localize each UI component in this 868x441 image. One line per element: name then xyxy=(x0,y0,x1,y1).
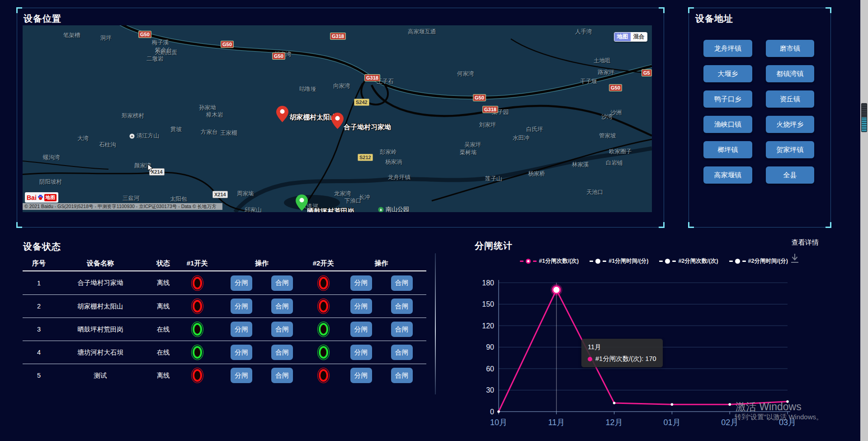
address-button-1[interactable]: 磨市镇 xyxy=(766,40,815,57)
switch2-open-button[interactable]: 分闸 xyxy=(350,345,372,360)
legend-item[interactable]: #2分闸次数/(次) xyxy=(659,257,718,265)
map-toggle-hybrid[interactable]: 混合 xyxy=(631,33,647,41)
switch2-open-button[interactable]: 分闸 xyxy=(350,299,372,314)
switch2-close-button[interactable]: 合闸 xyxy=(391,275,413,291)
column-header: #1开关 xyxy=(181,259,213,268)
device-name: 塘坊河村大石坝 xyxy=(55,348,146,357)
device-marker-pin[interactable] xyxy=(296,194,308,211)
column-header: 操作 xyxy=(336,259,426,268)
svg-text:90: 90 xyxy=(486,343,494,351)
device-name: 晒鼓坪村荒田岗 xyxy=(55,325,146,334)
page-scrollbar-thumb[interactable] xyxy=(861,103,867,132)
map-town-label: 龙家湾 xyxy=(334,190,351,198)
svg-text:0: 0 xyxy=(490,408,494,416)
switch1-open-button[interactable]: 分闸 xyxy=(231,322,252,337)
address-button-9[interactable]: 贺家坪镇 xyxy=(766,141,815,158)
address-button-0[interactable]: 龙舟坪镇 xyxy=(703,40,752,57)
switch1-close-button[interactable]: 合闸 xyxy=(271,345,293,360)
map-town-label: 贯坡 xyxy=(170,126,182,133)
view-details-link[interactable]: 查看详情 xyxy=(792,238,819,247)
road-badge-g50: G50 xyxy=(272,52,285,60)
address-button-5[interactable]: 资丘镇 xyxy=(766,90,815,108)
switch1-open-button[interactable]: 分闸 xyxy=(231,368,252,383)
legend-item[interactable]: #1分闸次数/(次) xyxy=(520,257,579,265)
switch2-status-indicator xyxy=(319,300,328,313)
road-badge-g50: G50 xyxy=(138,31,151,38)
switch1-close-button[interactable]: 合闸 xyxy=(271,299,293,314)
legend-item[interactable]: #2分闸时间/(分) xyxy=(729,257,788,265)
column-header: 操作 xyxy=(213,259,310,268)
switch1-close-button[interactable]: 合闸 xyxy=(271,368,293,383)
switch1-open-button[interactable]: 分闸 xyxy=(231,275,252,291)
device-status: 离线 xyxy=(146,279,181,287)
device-marker-pin[interactable] xyxy=(276,106,288,122)
switch1-close-button[interactable]: 合闸 xyxy=(271,275,293,291)
switch2-close-button[interactable]: 合闸 xyxy=(391,368,413,383)
road-badge-s242: S242 xyxy=(354,99,369,106)
map-town-label: 杨家淌 xyxy=(385,158,402,166)
map-town-label: 刘家坪 xyxy=(479,121,496,129)
address-button-7[interactable]: 火烧坪乡 xyxy=(766,116,815,133)
map-toggle-map[interactable]: 地图 xyxy=(614,33,631,41)
address-button-3[interactable]: 都镇湾镇 xyxy=(766,65,815,82)
page-scrollbar-track[interactable] xyxy=(860,0,868,441)
map-town-label: 何家湾 xyxy=(457,70,474,78)
map-town-label: 天池口 xyxy=(586,189,604,196)
switch1-close-button[interactable]: 合闸 xyxy=(271,322,293,337)
map-town-label: 二墩岩 xyxy=(146,55,164,63)
table-row: 5 测试 离线 分闸 合闸 分闸 合闸 xyxy=(23,364,426,387)
tooltip-series-dot xyxy=(588,357,592,361)
switch1-status-indicator xyxy=(193,369,202,382)
map-town-label: 水田冲 xyxy=(513,134,530,142)
device-status: 在线 xyxy=(146,348,181,357)
road-badge-s212: S212 xyxy=(358,154,373,161)
switch2-close-button[interactable]: 合闸 xyxy=(391,322,413,337)
column-header: 设备名称 xyxy=(55,259,146,268)
switch2-close-button[interactable]: 合闸 xyxy=(391,299,413,314)
baidu-logo: Bai 地图 xyxy=(25,192,58,203)
map-town-label: 白岩铺 xyxy=(606,159,623,167)
section-title-device-status: 设备状态 xyxy=(23,241,61,253)
scenic-spot-label: 清江方山 xyxy=(129,132,159,140)
switch1-open-button[interactable]: 分闸 xyxy=(231,299,252,314)
switch2-close-button[interactable]: 合闸 xyxy=(391,345,413,360)
switch2-open-button[interactable]: 分闸 xyxy=(350,368,372,383)
road-badge-x214: X214 xyxy=(212,191,228,198)
panel-title-device-address: 设备地址 xyxy=(695,13,733,25)
address-button-grid: 龙舟坪镇磨市镇大堰乡都镇湾镇鸭子口乡资丘镇渔峡口镇火烧坪乡榔坪镇贺家坪镇高家堰镇… xyxy=(703,40,814,184)
svg-text:12月: 12月 xyxy=(606,418,623,427)
table-scrollbar[interactable] xyxy=(435,253,436,394)
map-town-label: 土地咀 xyxy=(594,57,611,65)
table-row: 4 塘坊河村大石坝 在线 分闸 合闸 分闸 合闸 xyxy=(23,341,426,364)
device-address-panel: 设备地址 龙舟坪镇磨市镇大堰乡都镇湾镇鸭子口乡资丘镇渔峡口镇火烧坪乡榔坪镇贺家坪… xyxy=(689,8,831,228)
windows-activation-watermark: 激活 Windows xyxy=(736,400,802,414)
baidu-logo-tag: 地图 xyxy=(44,194,57,201)
address-button-8[interactable]: 榔坪镇 xyxy=(703,141,752,158)
legend-item[interactable]: #1分闸时间/(分) xyxy=(590,257,648,265)
address-button-4[interactable]: 鸭子口乡 xyxy=(703,90,752,108)
map-town-label: 路家坪 xyxy=(598,69,615,76)
device-status-table: 序号设备名称状态#1开关操作#2开关操作 1 合子坳村习家坳 离线 分闸 合闸 … xyxy=(23,256,426,387)
address-button-2[interactable]: 大堰乡 xyxy=(703,65,752,82)
row-number: 4 xyxy=(23,349,55,356)
address-button-6[interactable]: 渔峡口镇 xyxy=(703,116,752,133)
download-icon[interactable] xyxy=(790,253,799,264)
device-marker-label: 合子坳村习家坳 xyxy=(344,123,391,132)
map-town-label: 郑家榜村 xyxy=(122,112,144,120)
baidu-map[interactable]: 笔架槽洞坪天鹅抱蛋胡家湾高家堰互通梅子溪紫金台二墩岩人手湾土地咀路家坪干子堰沙湾… xyxy=(23,25,652,212)
device-status: 在线 xyxy=(146,325,181,334)
device-marker-pin[interactable] xyxy=(331,113,344,129)
windows-activation-watermark-sub: 转到“设置”以激活 Windows。 xyxy=(735,413,823,422)
switch2-open-button[interactable]: 分闸 xyxy=(350,275,372,291)
road-badge-g318: G318 xyxy=(364,74,380,81)
road-badge-g50: G50 xyxy=(609,84,622,91)
map-town-label: 洞坪 xyxy=(100,34,112,42)
device-name: 测试 xyxy=(55,371,146,380)
switch1-open-button[interactable]: 分闸 xyxy=(231,345,252,360)
switch2-open-button[interactable]: 分闸 xyxy=(350,322,372,337)
switch2-status-indicator xyxy=(319,346,328,359)
section-title-stats: 分闸统计 xyxy=(475,240,513,252)
address-button-11[interactable]: 全县 xyxy=(766,166,815,184)
road-badge-g5: G5 xyxy=(642,69,652,76)
address-button-10[interactable]: 高家堰镇 xyxy=(703,166,752,184)
